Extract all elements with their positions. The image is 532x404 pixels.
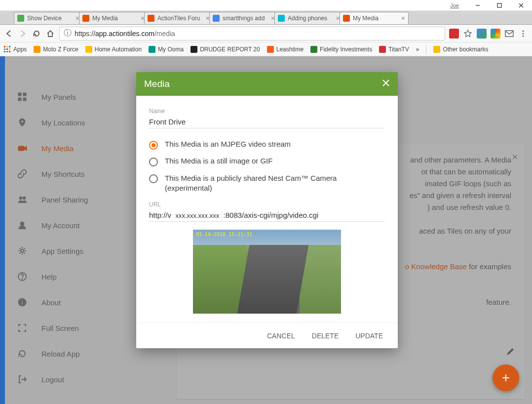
bookmark-favicon	[190, 46, 197, 53]
dots-vertical-icon	[520, 30, 527, 37]
radio-icon	[149, 141, 158, 150]
address-bar[interactable]: ⓘ https://app.actiontiles.com/media	[59, 27, 445, 40]
dialog-close-button[interactable]	[382, 79, 390, 89]
svg-rect-8	[4, 46, 5, 47]
svg-rect-4	[505, 31, 513, 37]
window-maximize-button[interactable]	[489, 0, 510, 11]
svg-rect-15	[6, 51, 8, 52]
chrome-menu-button[interactable]	[518, 29, 528, 39]
name-label: Name	[149, 108, 385, 115]
browser-toolbar: ⓘ https://app.actiontiles.com/media	[0, 25, 532, 42]
nav-forward-button[interactable]	[18, 29, 28, 39]
dialog-header: Media	[136, 72, 398, 96]
bookmark-item[interactable]: DRUDGE REPORT 20	[190, 46, 260, 53]
add-fab-button[interactable]: +	[493, 364, 519, 391]
folder-icon	[433, 46, 440, 53]
media-dialog: Media Name Front Drive This Media is an …	[136, 72, 398, 348]
radio-nestcam[interactable]: This Media is a publicly shared Nest Cam…	[149, 170, 385, 196]
bookmark-label: Fidelity Investments	[320, 46, 372, 53]
window-user: Joe	[450, 2, 459, 8]
svg-rect-1	[497, 3, 501, 7]
radio-label: This Media is a still image or GIF	[165, 157, 272, 165]
bookmark-label: My Ooma	[158, 46, 184, 53]
dialog-body: Name Front Drive This Media is an MJPEG …	[136, 96, 398, 323]
bookmark-favicon	[379, 46, 386, 53]
svg-rect-10	[9, 46, 10, 47]
extension-icon[interactable]	[491, 29, 500, 39]
dialog-title: Media	[144, 79, 170, 89]
tab-close-icon[interactable]: ×	[401, 14, 405, 22]
url-input[interactable]: http://v xxx.xxx.xxx.xxx :8083/axis-cgi/…	[149, 208, 385, 222]
close-icon	[519, 3, 524, 8]
info-icon: ⓘ	[64, 28, 72, 39]
minimize-icon	[475, 3, 480, 8]
browser-tabstrip: Show Device×My Media×ActionTiles Foru×sm…	[0, 11, 532, 25]
url-text: https://app.actiontiles.com/media	[75, 30, 175, 38]
window-minimize-button[interactable]	[467, 0, 489, 11]
svg-rect-16	[9, 51, 10, 52]
extension-icon[interactable]	[449, 29, 459, 39]
svg-rect-11	[4, 48, 5, 50]
bookmark-item[interactable]: Home Automation	[85, 46, 142, 53]
name-input[interactable]: Front Drive	[149, 115, 385, 128]
radio-mjpeg[interactable]: This Media is an MJPEG video stream	[149, 136, 385, 153]
svg-point-6	[523, 33, 524, 34]
tab-label: Adding phones	[288, 15, 334, 22]
radio-label: This Media is a publicly shared Nest Cam…	[165, 173, 385, 193]
favicon	[278, 15, 285, 22]
nav-home-button[interactable]	[45, 29, 55, 39]
bookmark-favicon	[149, 46, 155, 53]
window-close-button[interactable]	[510, 0, 532, 11]
browser-tab[interactable]: Adding phones×	[274, 12, 343, 24]
mail-icon	[505, 30, 514, 37]
bookmark-item[interactable]: Leashtime	[267, 46, 304, 53]
apps-grid-icon	[4, 46, 11, 53]
arrow-right-icon	[18, 29, 27, 38]
mail-button[interactable]	[504, 29, 514, 39]
bookmark-item[interactable]: TitanTV	[379, 46, 409, 53]
bookmark-favicon	[34, 46, 40, 53]
svg-rect-13	[9, 48, 10, 50]
other-bookmarks[interactable]: Other bookmarks	[433, 46, 488, 53]
bookmark-label: Home Automation	[95, 46, 142, 53]
apps-button[interactable]: Apps	[4, 46, 27, 53]
tab-label: My Media	[353, 15, 399, 22]
extension-icon[interactable]	[477, 29, 487, 39]
media-preview: 03-14-2018 15:21:31	[193, 230, 341, 314]
preview-timestamp: 03-14-2018 15:21:31	[196, 232, 252, 237]
taskbar-edge	[0, 56, 5, 404]
browser-tab[interactable]: ActionTiles Foru×	[144, 12, 213, 24]
tab-label: Show Device	[27, 15, 74, 22]
maximize-icon	[497, 3, 502, 8]
close-icon	[382, 79, 390, 87]
radio-label: This Media is an MJPEG video stream	[165, 140, 291, 148]
bookmark-item[interactable]: Fidelity Investments	[310, 46, 372, 53]
bookmark-favicon	[310, 46, 317, 53]
arrow-left-icon	[4, 29, 13, 38]
tab-label: smartthings add	[223, 15, 269, 22]
nav-back-button[interactable]	[4, 29, 14, 39]
svg-rect-12	[6, 48, 8, 50]
bookmarks-bar: AppsMoto Z ForceHome AutomationMy OomaDR…	[0, 42, 532, 56]
delete-button[interactable]: DELETE	[312, 332, 339, 340]
update-button[interactable]: UPDATE	[355, 332, 383, 340]
browser-tab[interactable]: Show Device×	[14, 12, 83, 24]
radio-still[interactable]: This Media is a still image or GIF	[149, 153, 385, 170]
bookmark-label: Moto Z Force	[43, 46, 78, 53]
browser-tab[interactable]: smartthings add×	[209, 12, 278, 24]
reload-icon	[32, 29, 41, 38]
cancel-button[interactable]: CANCEL	[267, 332, 295, 340]
bookmark-item[interactable]: My Ooma	[149, 46, 184, 53]
browser-tab[interactable]: My Media×	[340, 12, 409, 24]
bookmark-item[interactable]: Moto Z Force	[34, 46, 78, 53]
radio-icon	[149, 158, 158, 166]
dialog-actions: CANCEL DELETE UPDATE	[136, 323, 398, 348]
bookmark-label: DRUDGE REPORT 20	[200, 46, 260, 53]
bookmark-star-button[interactable]	[463, 29, 473, 39]
svg-point-5	[523, 30, 524, 32]
bookmarks-overflow[interactable]: »	[416, 46, 419, 53]
nav-reload-button[interactable]	[32, 29, 41, 39]
radio-icon	[149, 174, 158, 183]
browser-tab[interactable]: My Media×	[79, 12, 148, 24]
home-icon	[46, 29, 55, 38]
